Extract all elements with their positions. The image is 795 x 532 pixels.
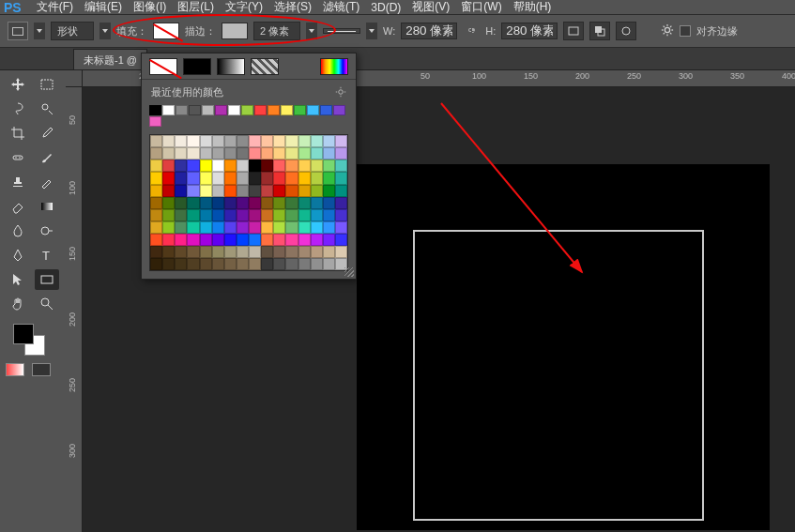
color-swatch[interactable]: [162, 160, 175, 172]
fill-none-button[interactable]: [149, 58, 177, 75]
color-swatch[interactable]: [323, 160, 335, 172]
color-swatch[interactable]: [249, 135, 261, 147]
menu-image[interactable]: 图像(I): [133, 0, 166, 15]
color-swatch[interactable]: [335, 160, 347, 172]
color-swatch[interactable]: [249, 197, 261, 209]
fill-gradient-button[interactable]: [217, 58, 245, 75]
color-swatch[interactable]: [150, 135, 162, 147]
color-swatch[interactable]: [237, 172, 249, 184]
color-swatch[interactable]: [175, 209, 187, 221]
color-swatch[interactable]: [285, 147, 298, 160]
color-swatch[interactable]: [224, 246, 237, 258]
color-swatch[interactable]: [335, 135, 347, 147]
color-swatch[interactable]: [150, 221, 162, 234]
color-swatch[interactable]: [150, 234, 162, 246]
color-swatch[interactable]: [335, 209, 347, 221]
color-swatch[interactable]: [150, 197, 162, 209]
color-swatch[interactable]: [261, 209, 273, 221]
color-swatch[interactable]: [323, 197, 335, 209]
color-swatch[interactable]: [187, 172, 199, 184]
color-swatch[interactable]: [162, 185, 175, 197]
color-swatch[interactable]: [311, 172, 323, 184]
color-swatch[interactable]: [237, 221, 249, 234]
color-swatch[interactable]: [261, 234, 273, 246]
color-swatch[interactable]: [237, 185, 249, 197]
color-swatch[interactable]: [200, 172, 212, 184]
color-swatch[interactable]: [298, 258, 311, 270]
color-swatch[interactable]: [285, 135, 298, 147]
menu-window[interactable]: 窗口(W): [461, 0, 501, 15]
fill-solid-button[interactable]: [183, 58, 211, 75]
color-swatch[interactable]: [237, 197, 249, 209]
color-swatch[interactable]: [261, 172, 273, 184]
menu-select[interactable]: 选择(S): [274, 0, 312, 15]
recent-color-swatch[interactable]: [149, 105, 161, 115]
color-swatch[interactable]: [298, 147, 311, 160]
color-swatch[interactable]: [285, 185, 298, 197]
color-swatch[interactable]: [273, 258, 285, 270]
color-swatch[interactable]: [311, 234, 323, 246]
color-swatch[interactable]: [150, 209, 162, 221]
menu-help[interactable]: 帮助(H): [513, 0, 552, 15]
color-swatch[interactable]: [224, 197, 237, 209]
color-swatch[interactable]: [249, 160, 261, 172]
color-swatch[interactable]: [323, 221, 335, 234]
color-swatch[interactable]: [335, 246, 347, 258]
link-icon[interactable]: [463, 23, 480, 39]
recent-color-swatch[interactable]: [268, 105, 280, 115]
color-swatch[interactable]: [187, 234, 199, 246]
quick-mask-icon[interactable]: [6, 363, 24, 376]
color-swatch[interactable]: [187, 185, 199, 197]
color-swatch[interactable]: [212, 197, 224, 209]
height-field[interactable]: [501, 23, 558, 39]
recent-color-swatch[interactable]: [307, 105, 319, 115]
color-swatch[interactable]: [285, 160, 298, 172]
color-swatch[interactable]: [224, 147, 237, 160]
color-swatch[interactable]: [224, 172, 237, 184]
color-swatch[interactable]: [261, 246, 273, 258]
color-swatch[interactable]: [175, 185, 187, 197]
color-swatch[interactable]: [261, 135, 273, 147]
path-options-button[interactable]: [616, 22, 636, 40]
color-swatch[interactable]: [162, 258, 175, 270]
menu-view[interactable]: 视图(V): [412, 0, 450, 15]
color-swatch[interactable]: [311, 221, 323, 234]
path-select-tool[interactable]: [6, 269, 30, 290]
recent-color-swatch[interactable]: [149, 116, 161, 127]
swatch-menu-icon[interactable]: [335, 86, 346, 99]
color-swatch[interactable]: [311, 147, 323, 160]
color-swatch[interactable]: [224, 234, 237, 246]
color-swatch[interactable]: [273, 246, 285, 258]
recent-color-swatch[interactable]: [215, 105, 227, 115]
color-swatch[interactable]: [175, 258, 187, 270]
color-swatch[interactable]: [212, 234, 224, 246]
color-swatch[interactable]: [150, 160, 162, 172]
recent-color-swatch[interactable]: [254, 105, 267, 115]
align-edges-checkbox[interactable]: [680, 25, 691, 37]
pen-tool[interactable]: [6, 245, 30, 266]
color-swatch[interactable]: [162, 172, 175, 184]
eraser-tool[interactable]: [6, 196, 30, 217]
color-swatch[interactable]: [187, 258, 199, 270]
color-swatch[interactable]: [273, 160, 285, 172]
crop-tool[interactable]: [6, 123, 30, 144]
color-swatch[interactable]: [323, 147, 335, 160]
type-tool[interactable]: T: [35, 245, 59, 266]
color-swatch[interactable]: [175, 147, 187, 160]
stroke-style-dropdown[interactable]: [366, 23, 377, 39]
color-swatch[interactable]: [249, 147, 261, 160]
color-swatch[interactable]: [212, 221, 224, 234]
zoom-tool[interactable]: [35, 294, 59, 314]
color-swatch[interactable]: [175, 197, 187, 209]
recent-color-swatch[interactable]: [162, 105, 175, 115]
healing-tool[interactable]: [6, 147, 30, 168]
color-swatch[interactable]: [150, 147, 162, 160]
color-swatch[interactable]: [273, 234, 285, 246]
color-swatch[interactable]: [323, 258, 335, 270]
color-swatch[interactable]: [298, 221, 311, 234]
color-swatch[interactable]: [175, 172, 187, 184]
color-swatch[interactable]: [335, 234, 347, 246]
color-swatch[interactable]: [224, 258, 237, 270]
hand-tool[interactable]: [6, 294, 30, 314]
color-swatch[interactable]: [237, 147, 249, 160]
